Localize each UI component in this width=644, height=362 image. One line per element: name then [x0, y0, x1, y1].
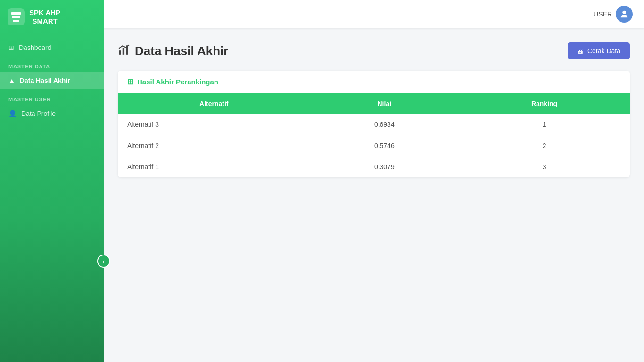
user-icon: 👤 [8, 110, 17, 117]
main-wrapper: USER Data Hasil Akhir 🖨 Cetak Data ⊞ Has… [104, 0, 644, 362]
chevron-left-icon: ‹ [103, 258, 105, 265]
print-button[interactable]: 🖨 Cetak Data [568, 42, 630, 59]
page-header: Data Hasil Akhir 🖨 Cetak Data [118, 42, 630, 59]
table-icon: ⊞ [127, 77, 133, 86]
sidebar-collapse-button[interactable]: ‹ [97, 255, 110, 268]
chart-icon: ▲ [8, 77, 15, 84]
sidebar-item-dashboard[interactable]: ⊞ Dashboard [0, 39, 104, 56]
table-head: Alternatif Nilai Ranking [118, 93, 630, 114]
master-data-section: MASTER DATA [0, 56, 104, 72]
cell-ranking: 3 [459, 156, 630, 178]
cell-alternatif: Alternatif 3 [118, 114, 310, 135]
brand-icon [8, 8, 25, 25]
col-header-ranking: Ranking [459, 93, 630, 114]
table-header-row: Alternatif Nilai Ranking [118, 93, 630, 114]
sidebar-item-data-hasil-akhir[interactable]: ▲ Data Hasil Akhir [0, 72, 104, 89]
main-content: Data Hasil Akhir 🖨 Cetak Data ⊞ Hasil Ak… [104, 28, 644, 362]
results-table: Alternatif Nilai Ranking Alternatif 3 0.… [118, 93, 630, 177]
cell-nilai: 0.6934 [310, 114, 459, 135]
printer-icon: 🖨 [577, 47, 584, 55]
cell-ranking: 1 [459, 114, 630, 135]
print-button-label: Cetak Data [587, 47, 620, 55]
sidebar-nav: ⊞ Dashboard MASTER DATA ▲ Data Hasil Akh… [0, 34, 104, 362]
page-title: Data Hasil Akhir [135, 44, 228, 58]
table-row: Alternatif 3 0.6934 1 [118, 114, 630, 135]
results-card: ⊞ Hasil Akhir Perankingan Alternatif Nil… [118, 71, 630, 177]
user-menu[interactable]: USER [594, 6, 633, 23]
brand-title: SPK AHP SMART [29, 8, 60, 25]
cell-ranking: 2 [459, 135, 630, 156]
svg-rect-1 [119, 50, 121, 55]
sidebar-item-data-profile[interactable]: 👤 Data Profile [0, 105, 104, 122]
col-header-nilai: Nilai [310, 93, 459, 114]
table-body: Alternatif 3 0.6934 1 Alternatif 2 0.574… [118, 114, 630, 177]
card-header-label: Hasil Akhir Perankingan [137, 78, 218, 86]
user-label: USER [594, 10, 612, 18]
cell-nilai: 0.3079 [310, 156, 459, 178]
svg-point-0 [622, 11, 626, 14]
svg-rect-2 [123, 48, 124, 55]
page-title-wrap: Data Hasil Akhir [118, 43, 228, 58]
table-wrapper: Alternatif Nilai Ranking Alternatif 3 0.… [118, 93, 630, 177]
table-row: Alternatif 1 0.3079 3 [118, 156, 630, 178]
cell-alternatif: Alternatif 1 [118, 156, 310, 178]
sidebar-item-label: Dashboard [19, 44, 51, 51]
card-header: ⊞ Hasil Akhir Perankingan [118, 71, 630, 93]
cell-nilai: 0.5746 [310, 135, 459, 156]
sidebar: SPK AHP SMART ⊞ Dashboard MASTER DATA ▲ … [0, 0, 104, 362]
brand: SPK AHP SMART [0, 0, 104, 34]
sidebar-item-label: Data Profile [21, 110, 56, 117]
dashboard-icon: ⊞ [8, 44, 14, 51]
avatar [616, 6, 633, 23]
sidebar-item-label: Data Hasil Akhir [20, 77, 70, 84]
page-title-icon [118, 43, 130, 58]
master-user-section: MASTER USER [0, 89, 104, 105]
table-row: Alternatif 2 0.5746 2 [118, 135, 630, 156]
col-header-alternatif: Alternatif [118, 93, 310, 114]
cell-alternatif: Alternatif 2 [118, 135, 310, 156]
topbar: USER [104, 0, 644, 28]
